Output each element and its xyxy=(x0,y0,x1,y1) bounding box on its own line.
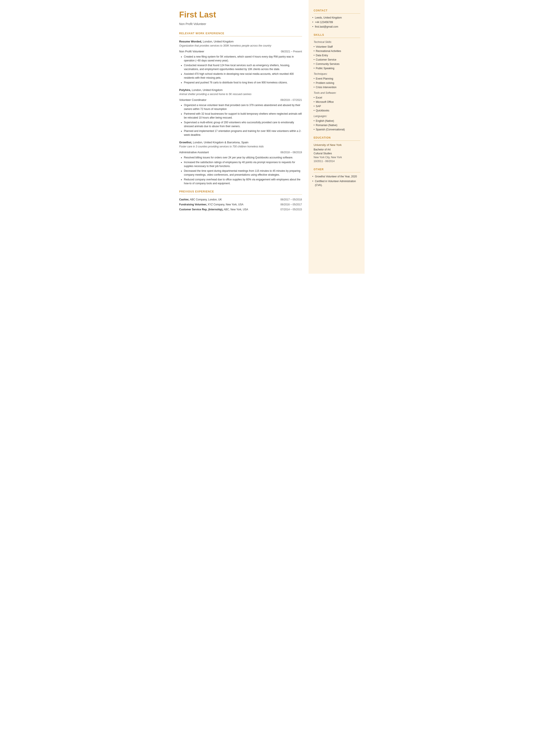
skill-volunteer-staff: Volunteer Staff xyxy=(314,45,360,49)
contact-phone: +44 123456789 xyxy=(314,20,360,24)
skill-problem-solving: Problem solving xyxy=(314,81,360,85)
contact-section: CONTACT Leeds, United Kingdom +44 123456… xyxy=(314,9,360,29)
job-block-1: Resume Worded, London, United Kingdom Or… xyxy=(179,40,302,84)
job-title-3: Administrative Assistant xyxy=(179,150,209,154)
skill-sap: SAP xyxy=(314,104,360,108)
bullet-1-1: Created a new filing system for 5K volun… xyxy=(184,55,302,63)
education-dates: 10/2011 - 06/2014 xyxy=(314,159,360,163)
other-item-2: Certified in Volunteer Administration (C… xyxy=(314,179,360,187)
company-name-2: Polyhire, xyxy=(179,88,191,92)
skill-ms-office: Microsoft Office xyxy=(314,100,360,104)
skill-recreational: Recreational Activities xyxy=(314,49,360,53)
job-row-2: Volunteer Coordinator 09/2019 – 07/2021 xyxy=(179,98,302,102)
skill-romanian: Romanian (Native) xyxy=(314,123,360,127)
prev-exp-dates-3: 07/2014 – 05/2015 xyxy=(280,208,302,211)
prev-exp-dates-2: 06/2016 – 05/2017 xyxy=(280,203,302,207)
previous-exp-section-title: PREVIOUS EXPERIENCE xyxy=(179,190,302,195)
bullet-1-3: Assisted 470 high school students in dev… xyxy=(184,72,302,80)
contact-email: first.last@gmail.com xyxy=(314,25,360,29)
company-line-2: Polyhire, London, United Kingdom xyxy=(179,88,302,92)
other-section-title: OTHER xyxy=(314,167,360,172)
relevant-work-section-title: RELEVANT WORK EXPERIENCE xyxy=(179,32,302,37)
company-name-1: Resume Worded, xyxy=(179,40,202,43)
bullet-2-4: Planned and implemented 17 orientation p… xyxy=(184,129,302,137)
company-name-3: Growthsi, xyxy=(179,141,192,144)
job-bullets-2: Organized a rescue volunteer team that p… xyxy=(184,103,302,137)
skill-excel: Excel xyxy=(314,96,360,99)
company-desc-3: Foster care in 3 counties providing serv… xyxy=(179,145,302,149)
job-bullets-3: Resolved billing issues for orders over … xyxy=(184,155,302,185)
company-location-1: London, United Kingdom xyxy=(202,40,234,43)
bullet-3-1: Resolved billing issues for orders over … xyxy=(184,155,302,159)
company-desc-1: Organization that provides services to 3… xyxy=(179,44,302,48)
prev-exp-row-1: Cashier, ABC Company, London, UK 06/2017… xyxy=(179,198,302,202)
education-location: New York City, New York xyxy=(314,155,360,159)
company-desc-2: Animal shelter providing a second home t… xyxy=(179,92,302,96)
company-location-2: London, United Kingdom xyxy=(191,88,223,92)
prev-exp-bold-2: Fundraising Volunteer, xyxy=(179,203,207,206)
bullet-2-2: Partnered with 32 local businesses for s… xyxy=(184,112,302,120)
education-section: EDUCATION University of New York Bachelo… xyxy=(314,136,360,163)
applicant-name: First Last xyxy=(179,9,302,21)
prev-exp-left-3: Customer Service Rep, (Internship), ABC,… xyxy=(179,208,248,211)
applicant-subtitle: Non Profit Volunteer xyxy=(179,22,302,26)
education-field: Cultural Studies xyxy=(314,152,360,155)
tools-label: Tools and Software: xyxy=(314,91,360,95)
skill-public-speaking: Public Speaking xyxy=(314,66,360,70)
skill-quickbooks: Quickbooks xyxy=(314,109,360,113)
languages-label: Languages: xyxy=(314,114,360,118)
company-location-3: London, United Kingdom & Barcelona, Spai… xyxy=(192,141,248,144)
prev-exp-bold-1: Cashier, xyxy=(179,198,189,201)
job-dates-3: 06/2018 – 08/2019 xyxy=(280,151,302,154)
skill-customer-service: Customer Service xyxy=(314,58,360,62)
prev-exp-row-2: Fundraising Volunteer, XYZ Company, New … xyxy=(179,203,302,207)
contact-section-title: CONTACT xyxy=(314,9,360,14)
job-block-2: Polyhire, London, United Kingdom Animal … xyxy=(179,88,302,137)
bullet-1-4: Prepared and pushed 76 carts to distribu… xyxy=(184,81,302,84)
technical-skills-label: Technical Skills: xyxy=(314,40,360,44)
skill-community-services: Community Services xyxy=(314,62,360,66)
prev-exp-bold-3: Customer Service Rep, (Internship), xyxy=(179,208,223,211)
techniques-label: Techniques: xyxy=(314,72,360,76)
right-column: CONTACT Leeds, United Kingdom +44 123456… xyxy=(309,0,365,274)
prev-exp-left-1: Cashier, ABC Company, London, UK xyxy=(179,198,222,202)
job-row-1: Non Profit Volunteer 08/2021 – Present xyxy=(179,49,302,54)
skill-event-planning: Event Planning xyxy=(314,77,360,81)
prev-exp-rest-3: ABC, New York, USA xyxy=(223,208,248,211)
prev-exp-rest-1: ABC Company, London, UK xyxy=(189,198,222,201)
company-line-1: Resume Worded, London, United Kingdom xyxy=(179,40,302,44)
prev-exp-row-3: Customer Service Rep, (Internship), ABC,… xyxy=(179,208,302,211)
bullet-3-2: Increased the satisfaction ratings of em… xyxy=(184,160,302,168)
job-dates-1: 08/2021 – Present xyxy=(281,49,302,53)
job-bullets-1: Created a new filing system for 5K volun… xyxy=(184,55,302,84)
bullet-3-4: Reduced company overhead due to office s… xyxy=(184,178,302,185)
skill-spanish: Spanish (Conversational) xyxy=(314,127,360,131)
other-item-1: Growthsi Volunteer of the Year, 2020 xyxy=(314,175,360,179)
contact-address: Leeds, United Kingdom xyxy=(314,16,360,20)
company-line-3: Growthsi, London, United Kingdom & Barce… xyxy=(179,140,302,145)
job-block-3: Growthsi, London, United Kingdom & Barce… xyxy=(179,140,302,185)
job-title-1: Non Profit Volunteer xyxy=(179,49,204,54)
job-dates-2: 09/2019 – 07/2021 xyxy=(280,98,302,102)
other-section: OTHER Growthsi Volunteer of the Year, 20… xyxy=(314,167,360,187)
education-school: University of New York xyxy=(314,143,360,147)
prev-exp-left-2: Fundraising Volunteer, XYZ Company, New … xyxy=(179,203,243,207)
prev-exp-dates-1: 06/2017 – 05/2018 xyxy=(280,198,302,202)
bullet-2-3: Supervised a multi-ethnic group of 200 v… xyxy=(184,121,302,128)
skills-section-title: SKILLS xyxy=(314,33,360,38)
bullet-2-1: Organized a rescue volunteer team that p… xyxy=(184,103,302,111)
bullet-1-2: Conducted research that found 124 free l… xyxy=(184,63,302,71)
left-column: First Last Non Profit Volunteer RELEVANT… xyxy=(171,0,309,274)
skill-english: English (Native) xyxy=(314,119,360,123)
education-section-title: EDUCATION xyxy=(314,136,360,141)
prev-exp-rest-2: XYZ Company, New York, USA xyxy=(207,203,243,206)
skills-section: SKILLS Technical Skills: Volunteer Staff… xyxy=(314,33,360,131)
skill-data-entry: Data Entry xyxy=(314,53,360,57)
skill-crisis-intervention: Crisis Intervention xyxy=(314,85,360,89)
job-title-2: Volunteer Coordinator xyxy=(179,98,207,102)
bullet-3-3: Decreased the time spent during departme… xyxy=(184,169,302,177)
job-row-3: Administrative Assistant 06/2018 – 08/20… xyxy=(179,150,302,154)
education-degree: Bachelor of Art xyxy=(314,148,360,152)
